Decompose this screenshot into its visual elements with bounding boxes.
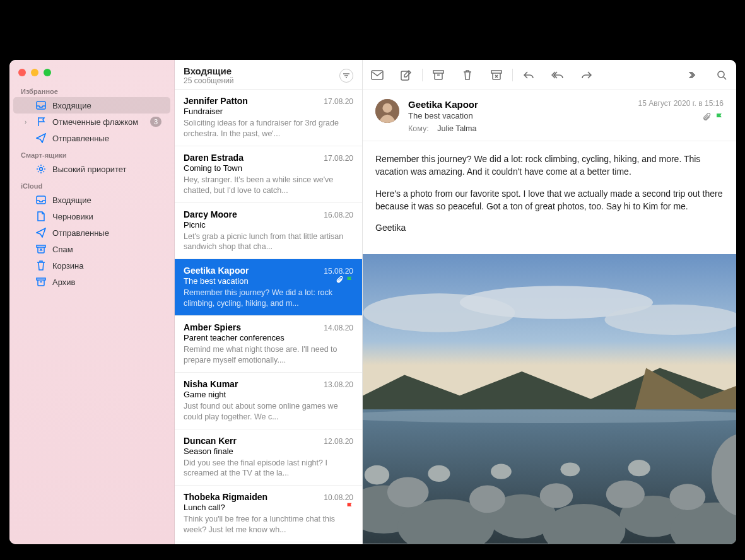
svg-point-38 [491, 464, 512, 479]
reply-icon[interactable] [522, 68, 536, 82]
sender: Jennifer Patton [184, 96, 324, 106]
message-row[interactable]: Duncan Kerr12.08.20Season finaleDid you … [175, 429, 362, 486]
svg-point-37 [428, 465, 450, 482]
sidebar-item-label: Входящие [52, 101, 161, 110]
flag-icon [346, 503, 353, 512]
forward-icon[interactable] [580, 68, 594, 82]
sidebar-item[interactable]: Черновики [13, 208, 170, 225]
minimize-button[interactable] [31, 69, 38, 76]
attachment-image[interactable] [363, 254, 736, 544]
sidebar-item[interactable]: Спам [13, 241, 170, 257]
archive-icon [36, 277, 46, 287]
sidebar-item[interactable]: Отправленные [13, 130, 170, 146]
svg-point-1 [40, 168, 43, 171]
sidebar-item[interactable]: Входящие [13, 97, 170, 114]
sidebar-item-label: Черновики [52, 212, 161, 221]
date: 10.08.20 [324, 493, 353, 502]
sidebar-item-label: Отправленные [52, 228, 161, 238]
sidebar-item[interactable]: Архив [13, 274, 170, 290]
date: 17.08.20 [324, 154, 353, 163]
svg-point-34 [669, 484, 705, 511]
preview: Hey, stranger. It's been a while since w… [184, 175, 353, 196]
reply-all-icon[interactable] [551, 68, 565, 82]
section-label: iCloud [9, 177, 174, 192]
svg-rect-13 [491, 71, 502, 73]
body-paragraph: Remember this journey? We did a lot: roc… [375, 153, 724, 178]
sidebar-item[interactable]: Корзина [13, 257, 170, 274]
mailbox-count: 25 сообщений [184, 76, 339, 85]
sidebar-item[interactable]: Входящие [13, 192, 170, 208]
search-icon[interactable] [715, 68, 729, 82]
sidebar-item-label: Архив [52, 277, 161, 287]
flag-icon [36, 117, 46, 127]
svg-rect-4 [37, 278, 45, 280]
callout-line [726, 8, 727, 57]
svg-point-36 [365, 465, 389, 485]
paperclip-icon [336, 276, 343, 286]
trash-icon [36, 260, 46, 271]
more-icon[interactable] [686, 68, 700, 82]
subject: Season finale [184, 446, 353, 456]
tray-icon [36, 100, 46, 110]
sidebar-item-label: Корзина [52, 261, 161, 271]
message-row[interactable]: Jennifer Patton17.08.20FundraiserSolicit… [175, 90, 362, 146]
mailbox-title: Входящие [184, 66, 339, 76]
subject: Coming to Town [184, 163, 353, 173]
message-list[interactable]: Jennifer Patton17.08.20FundraiserSolicit… [175, 90, 362, 544]
body-paragraph: Geetika [375, 221, 724, 234]
svg-rect-3 [37, 245, 45, 247]
svg-point-14 [718, 71, 724, 78]
date: 15.08.20 [324, 267, 353, 276]
zoom-button[interactable] [44, 69, 51, 76]
date: 12.08.20 [324, 437, 353, 446]
date: 14.08.20 [324, 324, 353, 332]
close-button[interactable] [18, 69, 26, 76]
message-row[interactable]: Amber Spiers14.08.20Parent teacher confe… [175, 316, 362, 373]
flag-icon[interactable] [715, 113, 724, 124]
message-body: Remember this journey? We did a lot: roc… [363, 141, 736, 254]
paperplane-icon [36, 228, 46, 238]
sidebar-item-label: Спам [52, 245, 161, 254]
sidebar-item-label: Входящие [52, 195, 161, 205]
svg-point-17 [382, 103, 392, 113]
toolbar [363, 60, 736, 90]
date: 13.08.20 [324, 380, 353, 389]
sender: Geetika Kapoor [184, 265, 324, 276]
date: 17.08.20 [324, 97, 353, 106]
subject: Lunch call? [184, 503, 343, 512]
compose-icon[interactable] [399, 68, 413, 82]
body-paragraph: Here's a photo from our favorite spot. I… [375, 187, 724, 213]
sender: Darcy Moore [184, 209, 324, 219]
message-header: Geetika Kapoor The best vacation Кому: J… [363, 90, 736, 141]
message-row[interactable]: Thobeka Rigmaiden10.08.20Lunch call?Thin… [175, 486, 362, 542]
message-viewer: Geetika Kapoor The best vacation Кому: J… [363, 60, 736, 544]
tray-icon [36, 195, 46, 205]
gear-icon [36, 164, 46, 174]
archive-icon[interactable] [431, 68, 445, 82]
svg-rect-0 [37, 102, 45, 109]
doc-icon [36, 211, 46, 221]
preview: Remember this journey? We did a lot: roc… [184, 288, 353, 309]
message-row[interactable]: Geetika Kapoor15.08.20The best vacationR… [175, 259, 362, 316]
filter-button[interactable] [339, 69, 353, 83]
trash-icon[interactable] [460, 68, 474, 82]
subject: Picnic [184, 220, 353, 230]
envelope-icon[interactable] [370, 68, 384, 82]
chevron-icon: › [25, 119, 30, 125]
sender: Nisha Kumar [184, 379, 324, 389]
sidebar-item[interactable]: ›Отмеченные флажком3 [13, 114, 170, 130]
message-row[interactable]: Nisha Kumar13.08.20Game nightJust found … [175, 373, 362, 429]
svg-point-33 [606, 481, 645, 508]
window-controls [9, 60, 174, 83]
sidebar-item[interactable]: Отправленные [13, 225, 170, 241]
message-row[interactable]: Darcy Moore16.08.20PicnicLet's grab a pi… [175, 203, 362, 260]
sidebar-item-label: Отправленные [52, 134, 161, 143]
paperplane-icon [36, 133, 46, 143]
sidebar-item[interactable]: Высокий приоритет [13, 161, 170, 177]
sender: Thobeka Rigmaiden [184, 492, 324, 502]
message-row[interactable]: Daren Estrada17.08.20Coming to TownHey, … [175, 146, 362, 203]
sender: Daren Estrada [184, 153, 324, 163]
junk-icon[interactable] [490, 68, 503, 82]
svg-point-30 [387, 477, 429, 508]
to-row: Кому: Julie Talma [408, 124, 630, 133]
